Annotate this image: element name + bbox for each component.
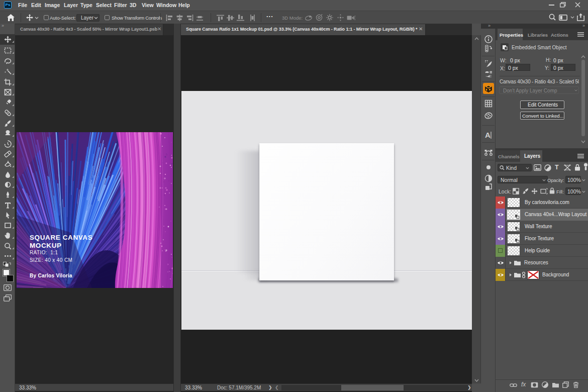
svg-text:A: A <box>485 131 491 139</box>
